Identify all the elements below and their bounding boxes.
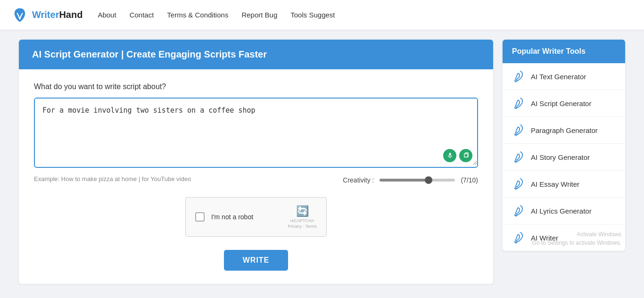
sidebar-label-0: AI Text Generator	[531, 73, 586, 81]
sidebar-label-2: Paragraph Generator	[531, 126, 598, 134]
sidebar-item-text-gen[interactable]: AI Text Generator	[503, 63, 625, 90]
mic-icon	[447, 152, 453, 158]
page-layout: AI Script Generator | Create Engaging Sc…	[0, 30, 644, 293]
textarea-icons	[443, 149, 472, 162]
logo-icon	[11, 7, 28, 24]
sidebar-item-essay-writer[interactable]: AI Essay Writer	[503, 171, 625, 198]
captcha-area: I'm not a robot 🔄 reCAPTCHA Privacy - Te…	[34, 197, 478, 237]
logo-hand: Hand	[59, 9, 83, 20]
feather-icon-3	[512, 150, 525, 164]
nav-tools-suggest[interactable]: Tools Suggest	[290, 11, 335, 19]
sidebar-item-story-gen[interactable]: AI Story Generator	[503, 144, 625, 171]
copy-icon	[463, 152, 469, 158]
nav-about[interactable]: About	[98, 11, 116, 19]
sidebar-label-5: AI Lyrics Generator	[531, 207, 592, 215]
captcha-label: I'm not a robot	[211, 213, 281, 221]
nav-links: About Contact Terms & Conditions Report …	[98, 11, 335, 19]
sidebar-list: AI Text Generator AI Script Generator Pa…	[503, 63, 625, 251]
recaptcha-icon: 🔄	[296, 205, 309, 217]
feather-icon-0	[512, 70, 525, 83]
textarea-wrapper	[34, 98, 478, 168]
captcha-logo-area: 🔄 reCAPTCHA Privacy - Terms	[288, 205, 317, 229]
page-title: AI Script Generator | Create Engaging Sc…	[32, 49, 480, 60]
logo-text: WriterHand	[32, 9, 83, 20]
nav-contact[interactable]: Contact	[130, 11, 154, 19]
captcha-box: I'm not a robot 🔄 reCAPTCHA Privacy - Te…	[185, 197, 327, 237]
feather-icon-2	[512, 124, 525, 137]
creativity-slider[interactable]	[380, 179, 455, 182]
recaptcha-brand: reCAPTCHA	[290, 218, 314, 223]
feather-icon-1	[512, 97, 525, 110]
sidebar-label-6: AI Writer	[531, 234, 558, 242]
logo-writer: Writer	[32, 9, 59, 20]
main-header: AI Script Generator | Create Engaging Sc…	[19, 40, 493, 69]
sidebar-label-1: AI Script Generator	[531, 99, 591, 108]
sidebar-title: Popular Writer Tools	[512, 47, 616, 56]
copy-button[interactable]	[459, 149, 472, 162]
write-button[interactable]: WRITE	[224, 250, 289, 271]
sidebar-item-ai-writer[interactable]: AI Writer Activate Windows Go to Setting…	[503, 224, 625, 251]
mic-button[interactable]	[443, 149, 456, 162]
svg-rect-2	[464, 154, 467, 157]
captcha-checkbox[interactable]	[195, 212, 205, 222]
main-body: What do you want to write script about?	[19, 69, 493, 284]
nav-terms[interactable]: Terms & Conditions	[167, 11, 228, 19]
logo-link[interactable]: WriterHand	[11, 7, 83, 24]
script-textarea[interactable]	[35, 99, 477, 165]
form-hint: Example: How to make pizza at home | for…	[34, 175, 191, 182]
feather-icon-5	[512, 204, 525, 217]
sidebar-item-lyrics-gen[interactable]: AI Lyrics Generator	[503, 198, 625, 224]
sidebar: Popular Writer Tools AI Text Generator A…	[503, 40, 625, 284]
creativity-label: Creativity :	[343, 176, 374, 184]
form-label: What do you want to write script about?	[34, 83, 478, 91]
sidebar-label-3: AI Story Generator	[531, 153, 590, 161]
recaptcha-links: Privacy - Terms	[288, 224, 317, 229]
sidebar-item-paragraph-gen[interactable]: Paragraph Generator	[503, 117, 625, 144]
creativity-row: Creativity : (7/10)	[343, 176, 478, 184]
svg-rect-0	[449, 153, 451, 156]
main-content: AI Script Generator | Create Engaging Sc…	[19, 40, 493, 284]
sidebar-label-4: AI Essay Writer	[531, 180, 579, 188]
feather-icon-4	[512, 177, 525, 190]
sidebar-card: Popular Writer Tools AI Text Generator A…	[503, 40, 625, 251]
sidebar-item-script-gen[interactable]: AI Script Generator	[503, 90, 625, 117]
navbar: WriterHand About Contact Terms & Conditi…	[0, 0, 644, 30]
sidebar-header: Popular Writer Tools	[503, 40, 625, 63]
write-btn-area: WRITE	[34, 250, 478, 271]
feather-icon-6	[512, 231, 525, 244]
creativity-value: (7/10)	[461, 176, 478, 184]
nav-report-bug[interactable]: Report Bug	[241, 11, 277, 19]
